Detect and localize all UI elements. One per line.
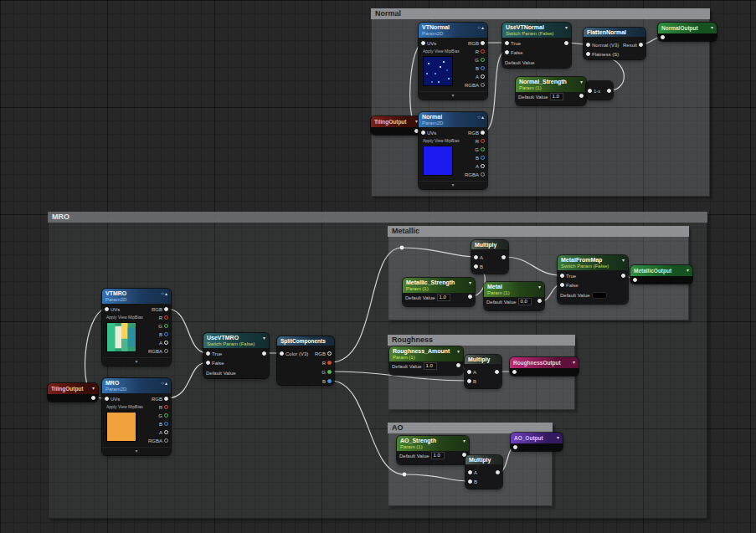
texture-preview[interactable] (106, 412, 136, 442)
b-input-pin[interactable] (467, 379, 471, 383)
node-header[interactable]: UseVTNormal Switch Param (False) ▾ (502, 23, 571, 38)
collapse-icon[interactable]: ▴ (165, 291, 168, 296)
node-normal-texture[interactable]: Normal Param2D ○▴ UVs Apply View MipBias… (419, 112, 487, 189)
a-input-pin[interactable] (468, 470, 472, 474)
a-output-pin[interactable] (164, 430, 168, 434)
default-value-pill[interactable] (592, 292, 607, 299)
rgb-output-pin[interactable] (164, 397, 168, 401)
node-split-components[interactable]: SplitComponents Color (V3) RGB R G B (277, 336, 334, 385)
one-minus-input-pin[interactable] (588, 89, 592, 93)
node-normal-output[interactable]: NormalOutput ▾ (658, 23, 717, 41)
collapse-icon[interactable]: ▾ (469, 280, 472, 285)
a-output-pin[interactable] (164, 341, 168, 345)
default-value-input[interactable]: 1.0 (550, 93, 563, 100)
rgb-output-pin[interactable] (164, 307, 168, 311)
rgba-output-pin[interactable] (481, 83, 485, 87)
node-metal-from-map[interactable]: MetalFromMap Switch Param (False) ▾ True… (558, 255, 628, 304)
rgba-output-pin[interactable] (164, 349, 168, 353)
false-input-pin[interactable] (206, 361, 210, 365)
multiply-output-pin[interactable] (495, 370, 499, 374)
b-output-pin[interactable] (164, 332, 168, 336)
node-vtmro[interactable]: VTMRO Param2D ○▴ UVs Apply View MipBias … (102, 289, 171, 366)
r-output-pin[interactable] (481, 139, 485, 143)
default-value-input[interactable]: 1.0 (431, 452, 445, 459)
switch-output-pin[interactable] (262, 351, 266, 356)
comment-title-normal[interactable]: Normal (371, 8, 710, 19)
uvs-input-pin[interactable] (421, 41, 425, 45)
node-mro-texture[interactable]: MRO Param2D ○▴ UVs Apply View MipBias RG… (102, 378, 171, 455)
texture-preview[interactable] (423, 146, 453, 176)
rgb-output-pin[interactable] (481, 41, 485, 45)
texture-preview[interactable] (423, 56, 453, 86)
a-input-pin[interactable] (467, 370, 471, 374)
node-header[interactable]: Roughness_Amount Param (1) ▾ (389, 346, 463, 361)
node-header[interactable]: RoughnessOutput ▾ (510, 357, 579, 368)
b-output-pin[interactable] (164, 422, 168, 426)
comment-title-metallic[interactable]: Metallic (388, 226, 689, 237)
g-output-pin[interactable] (481, 147, 485, 151)
g-output-pin[interactable] (481, 58, 485, 62)
collapse-icon[interactable]: ▾ (573, 360, 576, 365)
rgb-output-pin[interactable] (327, 351, 332, 356)
node-tiling-output-top[interactable]: TilingOutput ▾ (371, 116, 421, 135)
r-output-pin[interactable] (481, 49, 485, 54)
texture-preview[interactable] (106, 322, 136, 352)
collapse-icon[interactable]: ▾ (92, 386, 95, 391)
node-header[interactable]: MRO Param2D ○▴ (102, 378, 171, 393)
collapse-icon[interactable]: ▾ (711, 25, 714, 30)
result-output-pin[interactable] (639, 43, 643, 47)
node-header[interactable]: AO_Output ▾ (511, 433, 563, 443)
node-header[interactable]: TilingOutput ▾ (371, 116, 421, 127)
multiply-output-pin[interactable] (501, 255, 506, 259)
g-output-pin[interactable] (164, 413, 168, 418)
a-input-pin[interactable] (474, 255, 478, 259)
default-value-input[interactable]: 0.0 (518, 298, 532, 305)
flatness-input-pin[interactable] (586, 52, 590, 56)
collapse-bar[interactable]: ▾ (419, 91, 487, 100)
node-header[interactable]: AO_Strength Param (1) ▾ (397, 436, 469, 451)
collapse-icon[interactable]: ▾ (538, 284, 542, 290)
param-output-pin[interactable] (456, 363, 460, 367)
node-metallic-strength[interactable]: Metallic_Strength Param (1) ▾ Default Va… (403, 278, 475, 306)
node-header[interactable]: TilingOutput ▾ (48, 383, 98, 394)
comment-title-mro[interactable]: MRO (48, 212, 707, 223)
false-input-pin[interactable] (505, 50, 509, 54)
collapse-bar[interactable]: ▾ (419, 181, 487, 189)
reroute-input-pin[interactable] (661, 35, 665, 39)
collapse-icon[interactable]: ▴ (481, 115, 485, 120)
node-tiling-output-bottom[interactable]: TilingOutput ▾ (48, 383, 98, 402)
node-metallic-output[interactable]: MetallicOutput ▾ (630, 265, 692, 284)
collapse-icon[interactable]: ▾ (557, 435, 560, 440)
node-header[interactable]: Metallic_Strength Param (1) ▾ (403, 278, 475, 293)
node-header[interactable]: Metal Param (1) ▾ (484, 282, 544, 297)
node-header[interactable]: UseVTMRO Switch Param (False) ▾ (203, 333, 269, 348)
tiling-output-pin[interactable] (91, 396, 95, 400)
collapse-icon[interactable]: ▴ (165, 381, 168, 386)
r-output-pin[interactable] (164, 405, 168, 409)
false-input-pin[interactable] (560, 283, 564, 287)
material-graph-canvas[interactable]: Normal MRO Metallic Roughness AO (0, 0, 756, 533)
node-vtnormal[interactable]: VTNormal Param2D ○▴ UVs Apply View MipBi… (419, 23, 487, 100)
node-header[interactable]: Normal_Strength Param (1) ▾ (516, 77, 586, 92)
node-use-vtnormal[interactable]: UseVTNormal Switch Param (False) ▾ True … (502, 23, 571, 68)
param-output-pin[interactable] (537, 299, 542, 303)
collapse-icon[interactable]: ▾ (565, 25, 568, 30)
node-one-minus[interactable]: 1-x (586, 81, 613, 100)
node-multiply-metallic[interactable]: Multiply A B (471, 240, 508, 274)
node-header[interactable]: VTMRO Param2D ○▴ (102, 289, 171, 304)
collapse-bar[interactable]: ▾ (102, 357, 171, 366)
reroute-input-pin[interactable] (512, 370, 517, 374)
one-minus-output-pin[interactable] (607, 89, 611, 93)
b-output-pin[interactable] (481, 156, 485, 160)
collapse-icon[interactable]: ▾ (687, 268, 690, 273)
collapse-bar[interactable]: ▾ (102, 447, 171, 455)
b-input-pin[interactable] (474, 264, 478, 269)
normal-v3-input-pin[interactable] (586, 43, 590, 47)
uvs-input-pin[interactable] (105, 307, 109, 311)
reroute-input-pin[interactable] (513, 445, 517, 449)
r-output-pin[interactable] (327, 361, 332, 365)
node-flatten-normal[interactable]: FlattenNormal Normal (V3) Result Flatnes… (584, 28, 645, 59)
node-ao-output[interactable]: AO_Output ▾ (511, 433, 563, 451)
g-output-pin[interactable] (327, 370, 332, 374)
collapse-icon[interactable]: ▴ (481, 25, 485, 30)
